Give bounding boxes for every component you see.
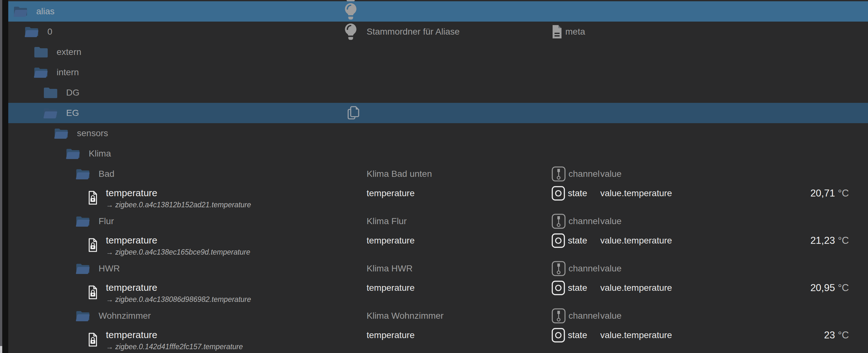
object-description: Klima Bad unten [367, 164, 432, 184]
object-type-label: channel [568, 216, 600, 226]
object-description: Stammordner für Aliase [367, 22, 460, 42]
channel-icon [552, 261, 566, 276]
tree-row-temperature[interactable]: temperature → zigbee.0.a4c13812b152ad21.… [8, 184, 868, 211]
tree-names: Wohnzimmer [99, 311, 151, 321]
tree-icon[interactable] [88, 238, 98, 252]
tree-icon[interactable] [54, 127, 69, 139]
channel-icon [552, 166, 566, 182]
tree-icon[interactable] [76, 215, 90, 227]
tree-icon[interactable] [88, 333, 98, 347]
tree-names: HWR [99, 263, 120, 274]
object-role: value [600, 211, 622, 232]
tree-icon[interactable] [66, 148, 81, 160]
tree-label: Bad [99, 169, 115, 179]
object-description: Klima HWR [367, 258, 413, 279]
value-number: 20,95 [810, 282, 835, 294]
folder-closed-icon [34, 46, 48, 58]
object-browser: alias [0, 0, 868, 353]
alias-target: → zigbee.0.a4c138086d986982.temperature [106, 294, 251, 304]
tree-icon[interactable] [34, 66, 48, 78]
object-role: value [600, 164, 622, 184]
tree-row-Wohnzimmer[interactable]: Wohnzimmer Klima Wohnzimmer [8, 306, 868, 326]
tree-icon[interactable] [88, 191, 98, 205]
object-value[interactable]: 20,71 °C [810, 184, 849, 203]
tree-icon[interactable] [43, 107, 58, 119]
tree-row-DG[interactable]: DG [8, 82, 868, 103]
tree-row-0[interactable]: 0 Stammordner für Aliase [8, 22, 868, 42]
tree-icon[interactable] [76, 168, 90, 180]
tree-row-temperature[interactable]: temperature → zigbee.0.a4c138086d986982.… [8, 279, 868, 306]
tree-label: intern [57, 67, 79, 77]
tree-row-intern[interactable]: intern [8, 62, 868, 82]
folder-closed-icon [43, 87, 58, 99]
tree-names: EG [66, 108, 79, 118]
meta-file-icon [552, 25, 562, 39]
tree-row-temperature[interactable]: temperature → zigbee.0.a4c138ec165bce9d.… [8, 232, 868, 258]
alias-target: → zigbee.0.142d41fffe2fc157.temperature [106, 342, 243, 351]
tree-cell: temperature → zigbee.0.a4c138ec165bce9d.… [88, 232, 250, 258]
trailing-icon[interactable] [345, 103, 360, 123]
object-type-label: state [568, 283, 587, 293]
tree-row-Klima[interactable]: Klima [8, 143, 868, 164]
tree-row-sensors[interactable]: sensors [8, 123, 868, 143]
value-unit: °C [838, 329, 849, 341]
tree-row-extern[interactable]: extern [8, 42, 868, 62]
tree-icon[interactable] [76, 310, 90, 322]
tree-cell: Flur [76, 211, 114, 232]
tree-names: extern [57, 47, 82, 57]
trailing-icon[interactable] [345, 1, 357, 22]
tree-label: extern [57, 47, 82, 57]
tree-label: temperature [106, 233, 250, 247]
tree-icon[interactable] [13, 5, 28, 17]
object-value[interactable]: 20,95 °C [810, 279, 849, 297]
tree-names: alias [36, 6, 55, 16]
state-icon [552, 328, 565, 343]
locked-state-file-icon [88, 238, 98, 252]
object-description: temperature [367, 184, 414, 203]
object-description: temperature [367, 232, 414, 250]
tree-row-EG[interactable]: EG [8, 103, 868, 123]
tree-names: sensors [77, 128, 108, 138]
tree-names: 0 [48, 27, 53, 37]
tree-cell: Klima [66, 143, 111, 164]
tree-label: Klima [89, 148, 111, 159]
object-value[interactable]: 23 °C [824, 326, 849, 345]
tree-label: sensors [77, 128, 108, 138]
tree-row-Bad[interactable]: Bad Klima Bad unten [8, 164, 868, 184]
tree-row-Flur[interactable]: Flur Klima Flur [8, 211, 868, 232]
window-edge-scrollbar[interactable] [0, 0, 2, 353]
state-icon [552, 281, 565, 295]
value-number: 23 [824, 329, 835, 341]
tree-names: Klima [89, 148, 111, 159]
object-type: state [552, 326, 587, 345]
object-type-label: state [568, 188, 587, 199]
tree-icon[interactable] [88, 285, 98, 299]
folder-open-icon [25, 26, 39, 38]
alias-target: → zigbee.0.a4c138ec165bce9d.temperature [106, 247, 250, 257]
locked-state-file-icon [88, 285, 98, 299]
value-unit: °C [838, 188, 849, 199]
tree-icon[interactable] [43, 87, 58, 99]
folder-open-icon [13, 5, 28, 17]
tree-names: DG [66, 87, 80, 98]
folder-open-icon [76, 168, 90, 180]
object-type: state [552, 184, 587, 203]
tree-row-alias[interactable]: alias [8, 1, 868, 22]
tree-icon[interactable] [25, 26, 39, 38]
tree-cell: HWR [76, 258, 120, 279]
object-tree: alias [8, 1, 868, 353]
tree-row-temperature[interactable]: temperature → zigbee.0.142d41fffe2fc157.… [8, 326, 868, 353]
copy-icon[interactable] [347, 106, 360, 120]
object-description: temperature [367, 279, 414, 297]
folder-open-icon [76, 262, 90, 275]
locked-state-file-icon [88, 191, 98, 205]
object-description: Klima Wohnzimmer [367, 306, 443, 326]
tree-label: DG [66, 87, 80, 98]
tree-row-HWR[interactable]: HWR Klima HWR c [8, 258, 868, 279]
channel-icon [552, 214, 566, 229]
tree-icon[interactable] [76, 262, 90, 275]
tree-icon[interactable] [34, 46, 48, 58]
trailing-icon[interactable] [345, 22, 357, 42]
object-value[interactable]: 21,23 °C [810, 232, 849, 250]
tree-label: temperature [106, 328, 243, 342]
